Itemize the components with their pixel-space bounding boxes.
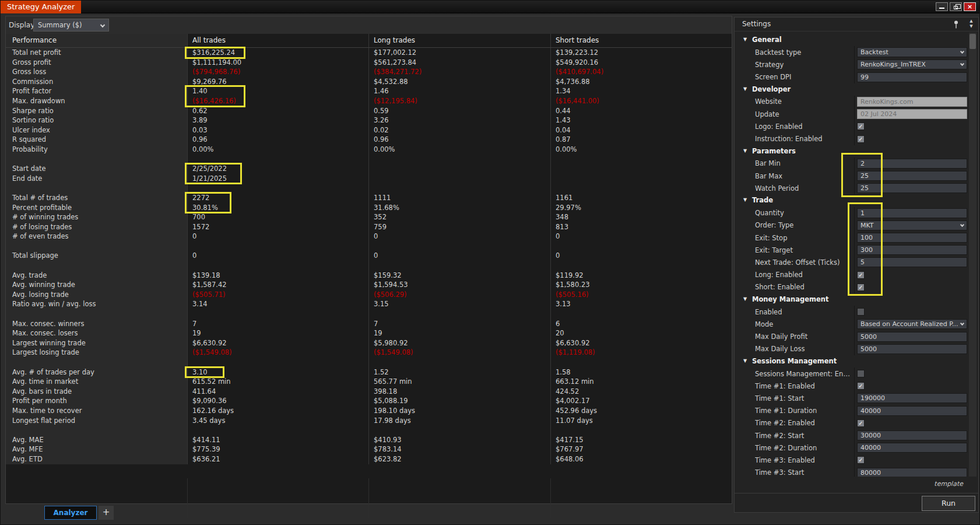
table-row[interactable]: Total slippage000 (6, 251, 732, 261)
setting-dropdown[interactable]: Based on Account Realized P... (857, 319, 967, 329)
col-short-trades[interactable]: Short trades (551, 34, 733, 47)
table-row[interactable]: End date1/21/2025 (6, 174, 732, 184)
settings-section-sessions-management[interactable]: ▼Sessions Management (735, 355, 969, 368)
table-row[interactable]: Sharpe ratio0.620.590.44 (6, 106, 732, 116)
col-long-trades[interactable]: Long trades (369, 34, 551, 47)
table-row[interactable]: # of losing trades1572759813 (6, 222, 732, 232)
tab-analyzer[interactable]: Analyzer (44, 506, 97, 520)
checkbox[interactable]: ✓ (857, 419, 865, 427)
table-row[interactable]: Ratio avg. win / avg. loss3.143.153.13 (6, 299, 732, 309)
scroll-spinner-icon[interactable]: ▲▼ (968, 19, 975, 29)
table-empty-area (6, 478, 732, 517)
template-link[interactable]: template (934, 480, 963, 488)
table-row[interactable]: # of winning trades700352348 (6, 212, 732, 222)
checkbox[interactable] (857, 308, 865, 316)
cell-short-trades: ($16,441.00) (551, 96, 733, 106)
setting-input[interactable] (857, 443, 967, 453)
table-row[interactable]: Avg. MAE$414.11$410.93$417.15 (6, 435, 732, 445)
setting-label: Enabled (755, 308, 851, 316)
restore-button[interactable] (950, 2, 962, 11)
cell-all-trades: 0.03 (188, 125, 369, 135)
settings-section-general[interactable]: ▼General (735, 34, 969, 46)
col-all-trades[interactable]: All trades (188, 34, 369, 47)
setting-input[interactable] (857, 208, 967, 218)
table-row[interactable]: Largest losing trade($1,549.08)($1,549.0… (6, 348, 732, 358)
checkbox[interactable]: ✓ (857, 284, 865, 291)
setting-input[interactable] (857, 393, 967, 403)
table-row[interactable]: Avg. time in market615.52 min565.77 min6… (6, 377, 732, 387)
settings-section-trade[interactable]: ▼Trade (735, 194, 969, 206)
dropdown-value: Backtest (860, 48, 888, 56)
checkbox[interactable]: ✓ (857, 135, 865, 143)
checkbox[interactable]: ✓ (857, 382, 865, 390)
table-row[interactable]: R squared0.960.960.87 (6, 135, 732, 145)
table-row[interactable]: Max. time to recover162.16 days198.10 da… (6, 406, 732, 416)
window-title[interactable]: Strategy Analyzer (1, 1, 81, 13)
table-row[interactable]: Max. consec. losers191920 (6, 328, 732, 338)
cell-long-trades: 198.10 days (369, 406, 551, 416)
setting-input[interactable] (857, 344, 967, 354)
setting-dropdown[interactable]: Backtest (857, 47, 967, 57)
setting-input[interactable] (857, 245, 967, 255)
settings-row: Time #2: Start (735, 429, 969, 442)
setting-input[interactable] (857, 430, 967, 440)
table-row[interactable]: Longest flat period3.45 days17.98 days11… (6, 416, 732, 426)
col-performance[interactable]: Performance (6, 34, 188, 47)
collapse-triangle-icon: ▼ (743, 148, 747, 153)
table-row[interactable]: Profit factor1.401.461.34 (6, 86, 732, 96)
row-label (6, 242, 188, 251)
setting-input[interactable] (857, 233, 967, 243)
table-row[interactable]: Avg. # of trades per day3.101.521.58 (6, 368, 732, 377)
table-row[interactable]: Avg. losing trade($505.71)($506.29)($505… (6, 290, 732, 300)
setting-input[interactable] (857, 183, 967, 193)
run-button[interactable]: Run (922, 496, 975, 511)
setting-dropdown[interactable]: MKT (857, 220, 967, 230)
setting-input[interactable] (857, 468, 967, 477)
setting-input[interactable] (857, 171, 967, 181)
minimize-button[interactable] (936, 2, 948, 11)
setting-input[interactable] (857, 332, 967, 342)
table-row[interactable]: Gross loss($794,968.76)($384,271.72)($41… (6, 67, 732, 77)
table-row[interactable]: Total # of trades227211111161 (6, 193, 732, 203)
table-row[interactable]: Sortino ratio3.893.261.43 (6, 116, 732, 125)
setting-input[interactable] (857, 159, 967, 169)
row-label: Largest winning trade (6, 338, 188, 348)
table-row[interactable]: Avg. winning trade$1,587.42$1,594.53$1,5… (6, 280, 732, 290)
table-row[interactable]: Probability0.00%0.00%0.00% (6, 145, 732, 155)
table-row[interactable]: Max. drawdown($16,426.16)($12,195.84)($1… (6, 96, 732, 106)
table-row[interactable]: Profit per month$9,090.36$5,088.19$4,002… (6, 396, 732, 406)
setting-input[interactable] (857, 406, 967, 416)
table-row[interactable]: Largest winning trade$6,630.92$5,980.92$… (6, 338, 732, 348)
pin-icon[interactable] (953, 20, 960, 29)
table-row[interactable]: Commission$9,269.76$4,532.88$4,736.88 (6, 77, 732, 87)
setting-input[interactable] (857, 72, 967, 82)
checkbox[interactable] (857, 370, 865, 377)
setting-input[interactable] (857, 257, 967, 267)
table-row[interactable]: Ulcer index0.030.020.04 (6, 125, 732, 135)
settings-section-parameters[interactable]: ▼Parameters (735, 145, 969, 158)
close-button[interactable]: × (964, 2, 976, 11)
scrollbar-thumb[interactable] (970, 34, 976, 49)
checkbox[interactable]: ✓ (857, 456, 865, 464)
table-row[interactable]: Avg. ETD$636.21$623.82$648.06 (6, 454, 732, 464)
settings-section-developer[interactable]: ▼Developer (735, 83, 969, 96)
table-row[interactable]: Avg. MFE$775.39$783.14$767.97 (6, 444, 732, 454)
table-row[interactable]: # of even trades000 (6, 232, 732, 242)
table-row[interactable]: Avg. bars in trade411.64398.18424.52 (6, 387, 732, 397)
settings-row: Screen DPI (735, 71, 969, 83)
settings-row: ModeBased on Account Realized P... (735, 318, 969, 330)
settings-scrollbar[interactable] (969, 33, 977, 477)
checkbox[interactable]: ✓ (857, 123, 865, 130)
table-row[interactable]: Gross profit$1,111,194.00$561,273.84$549… (6, 58, 732, 68)
add-tab-button[interactable]: + (99, 506, 114, 520)
table-row[interactable]: Avg. trade$139.18$159.32$119.92 (6, 271, 732, 281)
table-row[interactable]: Start date2/25/2022 (6, 164, 732, 174)
display-dropdown[interactable]: Summary ($) (33, 19, 109, 32)
cell-all-trades: 0.96 (188, 135, 369, 145)
table-row[interactable]: Max. consec. winners776 (6, 319, 732, 329)
checkbox[interactable]: ✓ (857, 271, 865, 279)
settings-section-money-management[interactable]: ▼Money Management (735, 293, 969, 306)
table-row[interactable]: Total net profit$316,225.24$177,002.12$1… (6, 48, 732, 58)
table-row[interactable]: Percent profitable30.81%31.68%29.97% (6, 203, 732, 213)
setting-dropdown[interactable]: RenkoKings_ImTREX (857, 60, 967, 69)
